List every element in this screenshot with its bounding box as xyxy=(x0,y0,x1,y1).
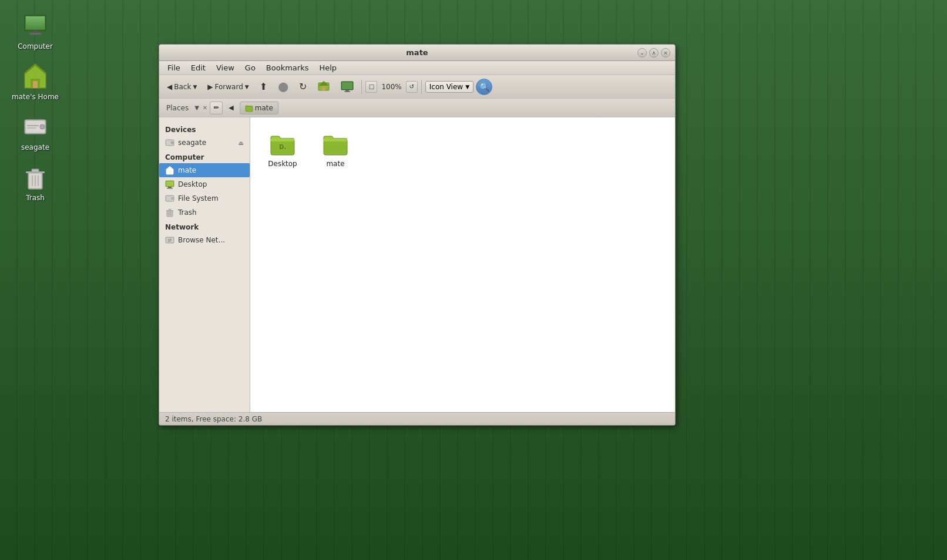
svg-rect-27 xyxy=(344,91,350,92)
titlebar: mate ⌄ ∧ × xyxy=(159,45,675,61)
menu-go[interactable]: Go xyxy=(240,62,260,73)
sidebar: Devices seagate ⏏ Computer xyxy=(159,117,250,412)
toolbar-sep-2 xyxy=(421,80,422,94)
menu-view[interactable]: View xyxy=(211,62,239,73)
desktop-sidebar-icon xyxy=(165,180,174,189)
trash-label: Trash xyxy=(26,194,45,202)
close-button[interactable]: × xyxy=(661,48,670,58)
desktop-icon-trash[interactable]: Trash xyxy=(12,163,59,202)
places-dropdown-icon[interactable]: ▼ xyxy=(194,104,199,111)
zoom-level: 100% xyxy=(379,83,404,91)
forward-button[interactable]: ▶ Forward ▼ xyxy=(203,80,253,93)
sidebar-item-desktop[interactable]: Desktop xyxy=(159,177,250,191)
svg-rect-4 xyxy=(29,33,41,35)
desktop-icon-home[interactable]: mate's Home xyxy=(12,62,59,101)
file-manager-window: mate ⌄ ∧ × File Edit View Go Bookmarks H… xyxy=(159,44,676,426)
sidebar-item-mate[interactable]: mate xyxy=(159,163,250,177)
svg-rect-51 xyxy=(168,240,172,241)
minimize-button[interactable]: ⌄ xyxy=(637,48,647,58)
sidebar-item-trash[interactable]: Trash xyxy=(159,205,250,220)
zoom-out-button[interactable]: □ xyxy=(365,81,377,93)
svg-rect-25 xyxy=(342,82,352,89)
svg-text:D.: D. xyxy=(279,144,286,150)
menu-help[interactable]: Help xyxy=(314,62,341,73)
file-item-desktop[interactable]: D. Desktop xyxy=(259,126,306,171)
back-label: Back xyxy=(174,83,191,91)
svg-marker-33 xyxy=(166,166,174,170)
location-edit-button[interactable]: ✏ xyxy=(210,102,223,114)
view-selector[interactable]: Icon View ▼ xyxy=(425,81,474,93)
home-button[interactable] xyxy=(313,78,334,96)
svg-rect-26 xyxy=(345,90,349,91)
svg-rect-38 xyxy=(167,188,173,189)
up-icon: ⬆ xyxy=(260,81,267,92)
back-button[interactable]: ◀ Back ▼ xyxy=(163,80,201,93)
sidebar-item-seagate[interactable]: seagate ⏏ xyxy=(159,136,250,150)
home-icon xyxy=(21,62,49,90)
search-button[interactable]: 🔍 xyxy=(476,79,492,95)
desktop-icons: Computer mate's Home xyxy=(12,12,59,202)
back-dropdown-icon: ▼ xyxy=(193,84,197,90)
stop-button[interactable]: ⬤ xyxy=(274,79,293,95)
computer-button[interactable] xyxy=(337,78,358,96)
svg-rect-12 xyxy=(27,125,39,126)
svg-rect-17 xyxy=(32,169,39,172)
svg-rect-37 xyxy=(168,187,172,188)
svg-rect-23 xyxy=(322,87,325,90)
svg-rect-3 xyxy=(32,31,39,33)
svg-rect-28 xyxy=(246,106,253,112)
maximize-button[interactable]: ∧ xyxy=(649,48,659,58)
zoom-refresh-button[interactable]: ↺ xyxy=(406,81,418,93)
forward-arrow-icon: ▶ xyxy=(207,83,213,91)
desktop-icon-computer[interactable]: Computer xyxy=(12,12,59,50)
desktop-folder-label: Desktop xyxy=(268,160,297,168)
toolbar: ◀ Back ▼ ▶ Forward ▼ ⬆ ⬤ ↻ xyxy=(159,75,675,99)
view-dropdown-icon: ▼ xyxy=(465,84,469,90)
nav-back-small[interactable]: ◀ xyxy=(225,102,237,113)
drive-icon xyxy=(21,113,49,141)
stop-icon: ⬤ xyxy=(278,81,288,92)
sidebar-item-trash-label: Trash xyxy=(178,208,197,217)
sidebar-item-browse-network[interactable]: Browse Net... xyxy=(159,233,250,247)
forward-dropdown-icon: ▼ xyxy=(245,84,249,90)
svg-rect-2 xyxy=(26,16,45,29)
drive-icon xyxy=(165,138,174,147)
svg-rect-44 xyxy=(169,209,171,211)
svg-point-41 xyxy=(171,197,173,200)
search-icon: 🔍 xyxy=(479,82,489,92)
trash-icon xyxy=(21,163,49,191)
svg-rect-57 xyxy=(324,139,347,141)
menu-edit[interactable]: Edit xyxy=(186,62,210,73)
eject-icon[interactable]: ⏏ xyxy=(239,140,244,146)
close-places-icon[interactable]: ✕ xyxy=(203,104,207,111)
sidebar-item-seagate-label: seagate xyxy=(178,139,206,147)
menu-file[interactable]: File xyxy=(163,62,185,73)
trash-sidebar-icon xyxy=(165,208,174,217)
current-location[interactable]: mate xyxy=(240,102,278,114)
svg-rect-13 xyxy=(27,127,36,129)
reload-button[interactable]: ↻ xyxy=(295,79,311,95)
svg-rect-50 xyxy=(168,239,172,239)
desktop: Computer mate's Home xyxy=(0,0,947,560)
forward-label: Forward xyxy=(215,83,243,91)
seagate-label: seagate xyxy=(21,143,49,151)
mate-folder-icon xyxy=(321,129,350,157)
breadcrumb-text: mate xyxy=(255,104,273,112)
file-area: D. Desktop mate xyxy=(250,117,675,412)
network-sidebar-icon xyxy=(165,235,174,245)
file-item-mate[interactable]: mate xyxy=(312,126,359,171)
home-sidebar-icon xyxy=(165,166,174,175)
view-label: Icon View xyxy=(429,83,463,91)
desktop-icon-seagate[interactable]: seagate xyxy=(12,113,59,151)
computer-button-icon xyxy=(341,80,354,93)
menu-bookmarks[interactable]: Bookmarks xyxy=(261,62,314,73)
reload-icon: ↻ xyxy=(299,81,307,92)
svg-rect-34 xyxy=(169,171,171,174)
sidebar-header-network: Network xyxy=(159,220,250,233)
home-button-icon xyxy=(317,80,330,93)
sidebar-item-filesystem[interactable]: File System xyxy=(159,191,250,205)
up-button[interactable]: ⬆ xyxy=(256,79,271,95)
menubar: File Edit View Go Bookmarks Help xyxy=(159,61,675,75)
filesystem-icon xyxy=(165,194,174,203)
statusbar-text: 2 items, Free space: 2.8 GB xyxy=(165,415,262,423)
